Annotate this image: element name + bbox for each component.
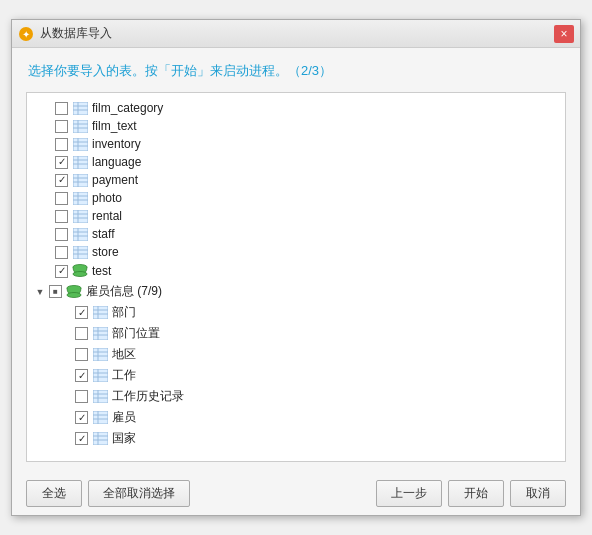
- checkbox-photo[interactable]: [55, 192, 68, 205]
- svg-text:✦: ✦: [22, 29, 30, 40]
- item-label: 地区: [112, 346, 136, 363]
- table-icon: [72, 173, 88, 187]
- item-label: 部门位置: [112, 325, 160, 342]
- item-label: 国家: [112, 430, 136, 447]
- table-icon: [92, 348, 108, 362]
- window-title: 从数据库导入: [40, 25, 112, 42]
- select-all-button[interactable]: 全选: [26, 480, 82, 507]
- checkbox-group-employees[interactable]: [49, 285, 62, 298]
- svg-rect-54: [93, 369, 108, 382]
- svg-rect-26: [73, 210, 88, 223]
- checkbox-dept-loc[interactable]: [75, 327, 88, 340]
- list-item[interactable]: 国家: [27, 428, 565, 449]
- svg-rect-34: [73, 246, 88, 259]
- title-bar: ✦ 从数据库导入 ×: [12, 20, 580, 48]
- app-icon: ✦: [18, 26, 34, 42]
- svg-point-41: [67, 292, 81, 297]
- svg-rect-50: [93, 348, 108, 361]
- svg-rect-42: [93, 306, 108, 319]
- table-icon: [72, 137, 88, 151]
- table-icon: [92, 369, 108, 383]
- collapse-triangle[interactable]: ▼: [35, 287, 45, 297]
- list-item[interactable]: 部门: [27, 302, 565, 323]
- table-icon: [72, 191, 88, 205]
- table-icon: [72, 119, 88, 133]
- list-item[interactable]: test: [27, 261, 565, 281]
- checkbox-test[interactable]: [55, 265, 68, 278]
- checkbox-dept[interactable]: [75, 306, 88, 319]
- group-row-employees[interactable]: ▼ 雇员信息 (7/9): [27, 281, 565, 302]
- list-item[interactable]: staff: [27, 225, 565, 243]
- item-label: 部门: [112, 304, 136, 321]
- checkbox-employee[interactable]: [75, 411, 88, 424]
- list-item[interactable]: photo: [27, 189, 565, 207]
- svg-rect-18: [73, 174, 88, 187]
- group-label: 雇员信息 (7/9): [86, 283, 162, 300]
- checkbox-staff[interactable]: [55, 228, 68, 241]
- checkbox-store[interactable]: [55, 246, 68, 259]
- list-item[interactable]: 雇员: [27, 407, 565, 428]
- svg-rect-62: [93, 411, 108, 424]
- main-window: ✦ 从数据库导入 × 选择你要导入的表。按「开始」来启动进程。（2/3） fil…: [11, 19, 581, 516]
- table-icon: [92, 327, 108, 341]
- svg-rect-10: [73, 138, 88, 151]
- svg-rect-30: [73, 228, 88, 241]
- table-icon: [92, 411, 108, 425]
- list-item[interactable]: 地区: [27, 344, 565, 365]
- svg-rect-6: [73, 120, 88, 133]
- list-item[interactable]: payment: [27, 171, 565, 189]
- item-label: store: [92, 245, 119, 259]
- table-icon: [72, 155, 88, 169]
- checkbox-film-category[interactable]: [55, 102, 68, 115]
- table-icon: [72, 101, 88, 115]
- list-item[interactable]: 部门位置: [27, 323, 565, 344]
- close-button[interactable]: ×: [554, 25, 574, 43]
- cancel-button[interactable]: 取消: [510, 480, 566, 507]
- svg-rect-2: [73, 102, 88, 115]
- list-item[interactable]: 工作: [27, 365, 565, 386]
- table-icon: [92, 306, 108, 320]
- item-label: rental: [92, 209, 122, 223]
- checkbox-inventory[interactable]: [55, 138, 68, 151]
- list-item[interactable]: language: [27, 153, 565, 171]
- checkbox-work[interactable]: [75, 369, 88, 382]
- instruction-text: 选择你要导入的表。按「开始」来启动进程。（2/3）: [12, 48, 580, 92]
- item-label: language: [92, 155, 141, 169]
- item-label: film_text: [92, 119, 137, 133]
- checkbox-payment[interactable]: [55, 174, 68, 187]
- item-label: 工作: [112, 367, 136, 384]
- list-item[interactable]: 工作历史记录: [27, 386, 565, 407]
- svg-rect-22: [73, 192, 88, 205]
- left-buttons: 全选 全部取消选择: [26, 480, 190, 507]
- list-item[interactable]: film_category: [27, 99, 565, 117]
- list-item[interactable]: inventory: [27, 135, 565, 153]
- checkbox-region[interactable]: [75, 348, 88, 361]
- table-icon: [72, 245, 88, 259]
- table-icon: [72, 227, 88, 241]
- title-bar-left: ✦ 从数据库导入: [18, 25, 112, 42]
- table-icon: [92, 432, 108, 446]
- checkbox-rental[interactable]: [55, 210, 68, 223]
- prev-button[interactable]: 上一步: [376, 480, 442, 507]
- list-item[interactable]: rental: [27, 207, 565, 225]
- checkbox-language[interactable]: [55, 156, 68, 169]
- list-item[interactable]: store: [27, 243, 565, 261]
- item-label: payment: [92, 173, 138, 187]
- item-label: inventory: [92, 137, 141, 151]
- table-list-area: film_category film_text inventory: [26, 92, 566, 462]
- checkbox-film-text[interactable]: [55, 120, 68, 133]
- db-icon-green: [72, 263, 88, 279]
- list-item[interactable]: film_text: [27, 117, 565, 135]
- deselect-all-button[interactable]: 全部取消选择: [88, 480, 190, 507]
- table-list-scroll[interactable]: film_category film_text inventory: [27, 93, 565, 461]
- table-icon: [72, 209, 88, 223]
- checkbox-country[interactable]: [75, 432, 88, 445]
- checkbox-work-history[interactable]: [75, 390, 88, 403]
- item-label: staff: [92, 227, 114, 241]
- bottom-buttons: 全选 全部取消选择 上一步 开始 取消: [12, 472, 580, 515]
- start-button[interactable]: 开始: [448, 480, 504, 507]
- item-label: test: [92, 264, 111, 278]
- item-label: photo: [92, 191, 122, 205]
- svg-rect-58: [93, 390, 108, 403]
- table-icon: [92, 390, 108, 404]
